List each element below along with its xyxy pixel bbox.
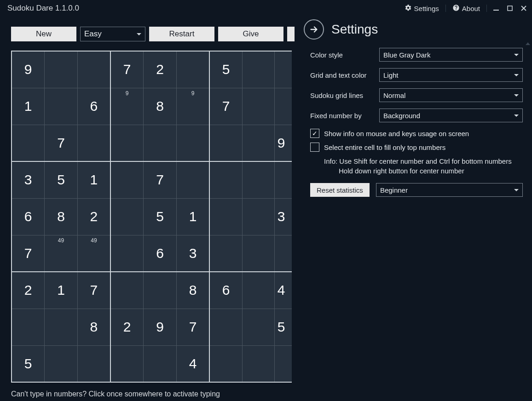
sudoku-cell[interactable]: 2 [77, 198, 110, 235]
sudoku-cell[interactable] [176, 125, 209, 161]
grid-text-color-select[interactable]: Light [379, 68, 523, 82]
sudoku-cell[interactable] [144, 345, 177, 382]
sudoku-cell[interactable] [110, 198, 144, 235]
sudoku-cell[interactable]: 7 [45, 125, 78, 161]
sudoku-cell[interactable]: 1 [77, 161, 110, 198]
sudoku-cell[interactable]: 1 [176, 198, 209, 235]
sudoku-cell[interactable] [243, 51, 274, 88]
color-style-select[interactable]: Blue Gray Dark [379, 48, 523, 62]
sudoku-cell[interactable] [209, 161, 243, 198]
sudoku-cell[interactable]: 8 [77, 309, 110, 345]
sudoku-cell[interactable]: 9 [176, 88, 209, 125]
settings-button[interactable]: Settings [403, 3, 441, 14]
sudoku-cell[interactable] [209, 198, 243, 235]
sudoku-cell[interactable]: 8 [176, 272, 209, 309]
sudoku-cell[interactable] [243, 235, 274, 272]
sudoku-cell[interactable]: 8 [45, 198, 78, 235]
show-info-checkbox[interactable]: ✓ [310, 129, 319, 138]
sudoku-cell[interactable] [77, 51, 110, 88]
about-button[interactable]: About [451, 3, 482, 14]
sudoku-cell[interactable]: 5 [274, 309, 292, 345]
fixed-number-select[interactable]: Background [379, 109, 523, 122]
sudoku-cell[interactable] [274, 345, 292, 382]
sudoku-cell[interactable]: 9 [110, 88, 144, 125]
sudoku-cell[interactable]: 7 [110, 51, 144, 88]
select-entire-checkbox[interactable] [310, 143, 319, 152]
sudoku-cell[interactable]: 49 [77, 235, 110, 272]
sudoku-cell[interactable] [274, 88, 292, 125]
sudoku-cell[interactable] [274, 235, 292, 272]
sudoku-cell[interactable]: 7 [209, 88, 243, 125]
sudoku-cell[interactable]: 7 [144, 161, 177, 198]
sudoku-cell[interactable]: 2 [144, 51, 177, 88]
restart-button[interactable]: Restart [149, 27, 214, 41]
sudoku-cell[interactable] [45, 309, 78, 345]
minimize-button[interactable] [492, 4, 501, 13]
sudoku-cell[interactable]: 5 [209, 51, 243, 88]
sudoku-cell[interactable] [12, 309, 45, 345]
sudoku-cell[interactable]: 7 [12, 235, 45, 272]
new-button[interactable]: New [11, 27, 76, 41]
grid-lines-select[interactable]: Normal [379, 88, 523, 102]
sudoku-cell[interactable] [176, 51, 209, 88]
panel-close-button[interactable] [304, 19, 324, 40]
sudoku-cell[interactable]: 6 [12, 198, 45, 235]
sudoku-cell[interactable]: 3 [176, 235, 209, 272]
close-button[interactable] [519, 4, 528, 13]
sudoku-cell[interactable] [45, 345, 78, 382]
sudoku-cell[interactable]: 3 [12, 161, 45, 198]
sudoku-cell[interactable] [274, 161, 292, 198]
sudoku-cell[interactable] [243, 198, 274, 235]
sudoku-cell[interactable]: 8 [144, 88, 177, 125]
sudoku-cell[interactable] [243, 309, 274, 345]
sudoku-cell[interactable] [243, 161, 274, 198]
sudoku-cell[interactable]: 9 [274, 125, 292, 161]
sudoku-cell[interactable] [110, 272, 144, 309]
sudoku-cell[interactable] [144, 125, 177, 161]
sudoku-cell[interactable] [209, 309, 243, 345]
give-button[interactable]: Give [218, 27, 283, 41]
sudoku-cell[interactable] [12, 125, 45, 161]
difficulty-select[interactable]: Easy [80, 27, 145, 41]
reset-statistics-button[interactable]: Reset statistics [310, 183, 370, 197]
reset-level-select[interactable]: Beginner [376, 183, 523, 197]
sudoku-cell[interactable] [243, 88, 274, 125]
sudoku-cell[interactable] [176, 161, 209, 198]
sudoku-cell[interactable]: 6 [77, 88, 110, 125]
sudoku-cell[interactable]: 4 [176, 345, 209, 382]
sudoku-cell[interactable]: 5 [45, 161, 78, 198]
sudoku-cell[interactable]: 1 [12, 88, 45, 125]
sudoku-cell[interactable] [144, 272, 177, 309]
sudoku-cell[interactable]: 5 [144, 198, 177, 235]
sudoku-cell[interactable]: 7 [176, 309, 209, 345]
sudoku-cell[interactable] [110, 161, 144, 198]
sudoku-cell[interactable] [110, 345, 144, 382]
sudoku-cell[interactable] [45, 51, 78, 88]
sudoku-cell[interactable] [77, 125, 110, 161]
sudoku-cell[interactable]: 6 [144, 235, 177, 272]
sudoku-cell[interactable] [243, 272, 274, 309]
sudoku-cell[interactable]: 4 [274, 272, 292, 309]
sudoku-cell[interactable]: 9 [144, 309, 177, 345]
sudoku-cell[interactable]: 7 [77, 272, 110, 309]
maximize-button[interactable] [505, 4, 515, 13]
sudoku-cell[interactable]: 9 [12, 51, 45, 88]
sudoku-cell[interactable] [110, 235, 144, 272]
sudoku-cell[interactable] [274, 51, 292, 88]
sudoku-cell[interactable] [77, 345, 110, 382]
sudoku-cell[interactable] [110, 125, 144, 161]
sudoku-cell[interactable]: 49 [45, 235, 78, 272]
scroll-up-icon[interactable] [526, 42, 530, 45]
sudoku-cell[interactable] [243, 345, 274, 382]
sudoku-cell[interactable]: 3 [274, 198, 292, 235]
sudoku-cell[interactable] [243, 125, 274, 161]
sudoku-cell[interactable]: 5 [12, 345, 45, 382]
sudoku-cell[interactable]: 2 [110, 309, 144, 345]
sudoku-cell[interactable]: 1 [45, 272, 78, 309]
sudoku-cell[interactable] [209, 345, 243, 382]
sudoku-cell[interactable] [209, 125, 243, 161]
sudoku-cell[interactable] [209, 235, 243, 272]
sudoku-cell[interactable]: 6 [209, 272, 243, 309]
sudoku-cell[interactable] [45, 88, 78, 125]
sudoku-cell[interactable]: 2 [12, 272, 45, 309]
